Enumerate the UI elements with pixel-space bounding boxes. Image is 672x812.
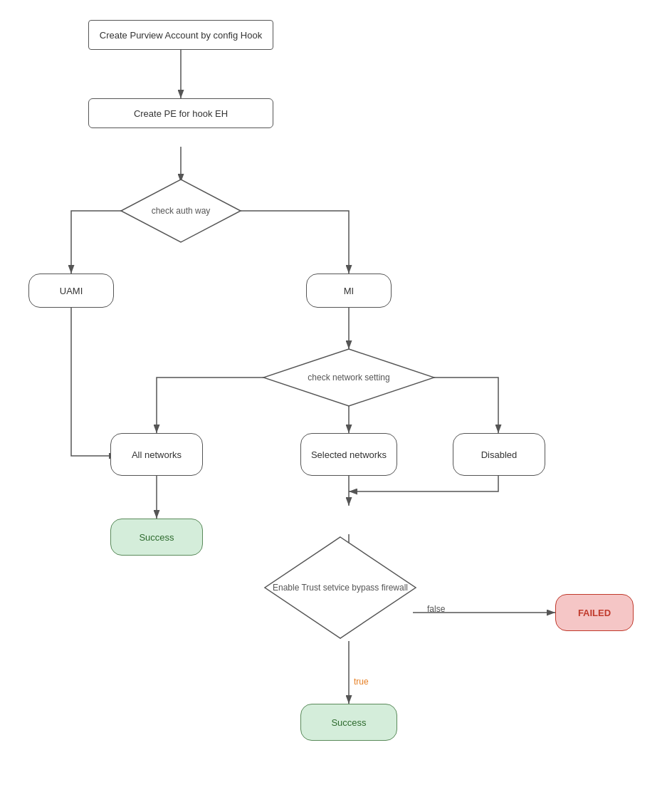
flowchart-diagram: Create Purview Account by config Hook Cr… — [0, 0, 672, 812]
failed-node: FAILED — [555, 594, 634, 631]
disabled-label: Disabled — [481, 449, 518, 460]
uami-label: UAMI — [60, 286, 83, 296]
success1-node: Success — [110, 519, 203, 556]
disabled-node: Disabled — [453, 433, 545, 476]
enable-trust-label: Enable Trust setvice bypass firewall — [273, 582, 408, 594]
success2-label: Success — [331, 717, 366, 728]
check-auth-label: check auth way — [152, 206, 211, 216]
all-networks-node: All networks — [110, 433, 203, 476]
success1-label: Success — [139, 532, 174, 543]
create-purview-node: Create Purview Account by config Hook — [88, 20, 273, 50]
create-pe-node: Create PE for hook EH — [88, 98, 273, 128]
failed-label: FAILED — [578, 608, 611, 618]
create-purview-label: Create Purview Account by config Hook — [100, 30, 262, 41]
false-label: false — [427, 604, 445, 614]
check-network-diamond: check network setting — [262, 348, 436, 407]
check-auth-diamond: check auth way — [120, 178, 242, 244]
mi-node: MI — [306, 274, 392, 308]
selected-networks-label: Selected networks — [311, 449, 387, 460]
enable-trust-diamond: Enable Trust setvice bypass firewall — [262, 534, 419, 641]
true-label: true — [354, 677, 369, 687]
uami-node: UAMI — [28, 274, 114, 308]
selected-networks-node: Selected networks — [300, 433, 397, 476]
mi-label: MI — [344, 286, 354, 296]
success2-node: Success — [300, 704, 397, 741]
check-network-label: check network setting — [308, 373, 389, 382]
create-pe-label: Create PE for hook EH — [134, 108, 228, 119]
all-networks-label: All networks — [132, 449, 182, 460]
